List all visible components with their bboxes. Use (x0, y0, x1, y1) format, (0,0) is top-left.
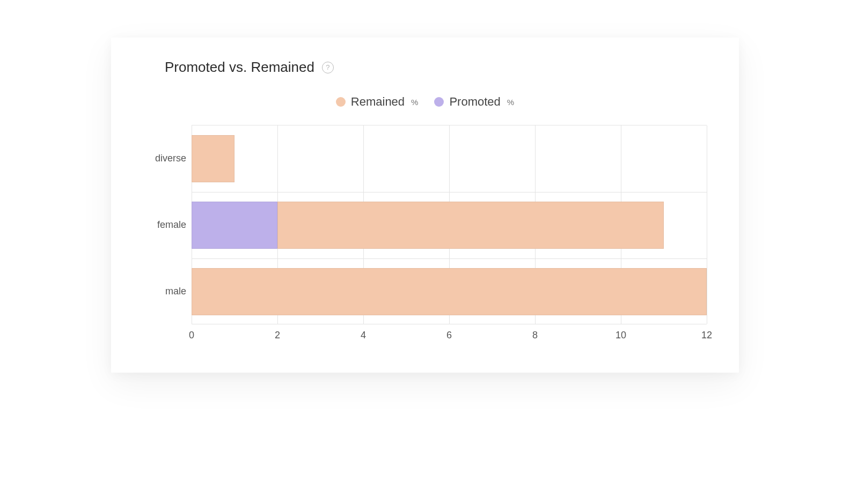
x-tick-label: 10 (615, 330, 626, 341)
y-tick-label: male (143, 258, 186, 324)
bar-segment[interactable] (192, 268, 707, 315)
legend-unit: % (507, 98, 514, 107)
chart-card: Promoted vs. Remained ? Remained % Promo… (111, 38, 739, 373)
bar-row (192, 135, 235, 182)
legend-label: Remained (351, 95, 405, 109)
chart-legend: Remained % Promoted % (143, 95, 707, 109)
gridline (707, 125, 707, 324)
chart-title: Promoted vs. Remained (165, 59, 314, 76)
gridline-horizontal (192, 192, 707, 192)
y-tick-label: female (143, 191, 186, 258)
x-tick-label: 2 (275, 330, 280, 341)
x-tick-label: 4 (361, 330, 366, 341)
legend-label: Promoted (449, 95, 500, 109)
x-tick-label: 12 (701, 330, 712, 341)
x-axis: 024681012 (192, 330, 707, 346)
legend-item-promoted[interactable]: Promoted % (434, 95, 514, 109)
legend-item-remained[interactable]: Remained % (336, 95, 419, 109)
legend-unit: % (411, 98, 418, 107)
legend-swatch (434, 97, 444, 107)
bar-segment[interactable] (192, 135, 235, 182)
gridline-horizontal (192, 258, 707, 259)
card-header: Promoted vs. Remained ? (165, 59, 707, 76)
x-tick-label: 0 (189, 330, 194, 341)
bar-row (192, 268, 707, 315)
x-tick-label: 6 (446, 330, 452, 341)
x-tick-label: 8 (532, 330, 538, 341)
chart-body: diverse female male (143, 125, 707, 324)
y-tick-label: diverse (143, 125, 186, 191)
y-axis-labels: diverse female male (143, 125, 192, 324)
help-icon[interactable]: ? (322, 62, 334, 73)
bar-row (192, 202, 664, 249)
bar-segment[interactable] (192, 202, 277, 249)
plot-area (192, 125, 707, 324)
bar-segment[interactable] (277, 202, 664, 249)
legend-swatch (336, 97, 346, 107)
